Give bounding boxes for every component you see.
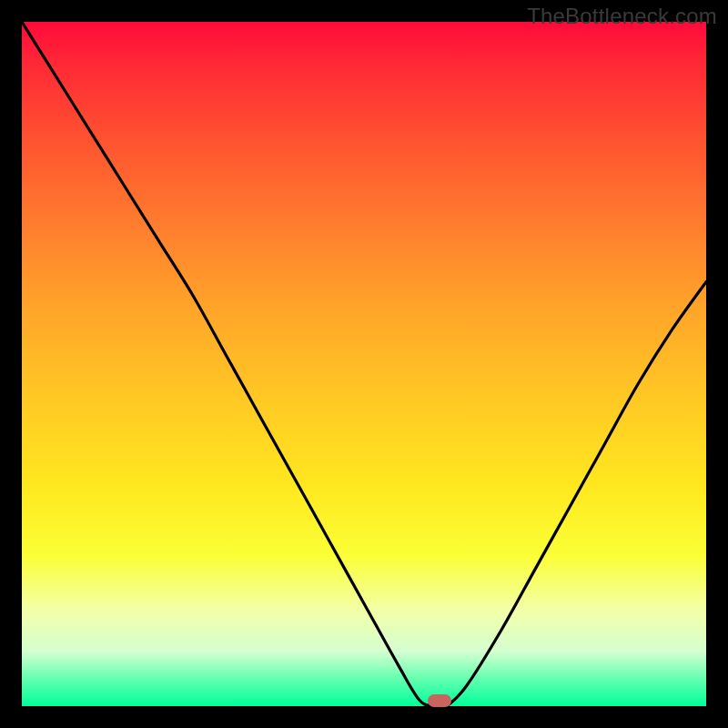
chart-frame: TheBottleneck.com <box>0 0 728 728</box>
bottleneck-curve <box>22 22 706 706</box>
optimal-point-marker <box>428 694 451 707</box>
watermark-text: TheBottleneck.com <box>527 4 717 29</box>
